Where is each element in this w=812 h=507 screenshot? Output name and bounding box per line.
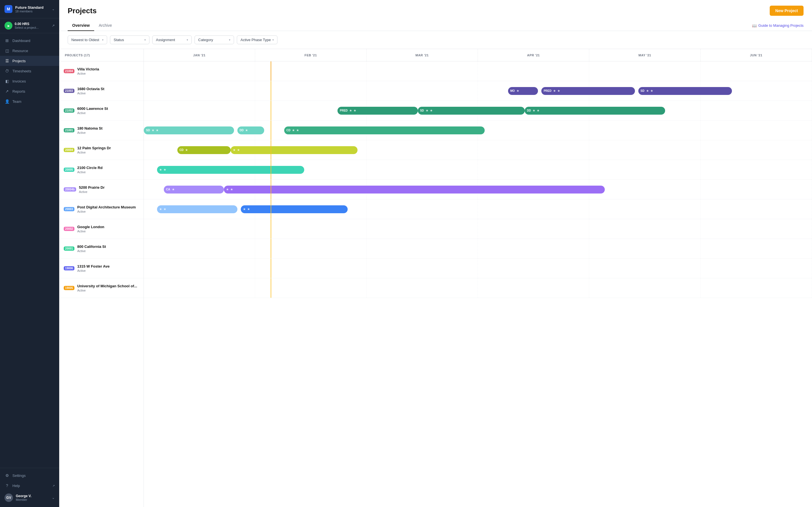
- gantt-bar-container[interactable]: ★★: [224, 185, 605, 194]
- sidebar-item-settings[interactable]: ⚙ Settings: [0, 470, 59, 481]
- guide-link[interactable]: 📖 Guide to Managing Projects: [752, 23, 804, 28]
- gantt-bar-container[interactable]: CD★★: [284, 126, 485, 135]
- main-header: Projects New Project Overview Archive 📖 …: [59, 0, 812, 31]
- sidebar-item-reports[interactable]: ↗ Reports: [0, 86, 59, 96]
- timer-external-icon[interactable]: ↗: [52, 24, 55, 27]
- project-info: Post Digital Architecture Museum Active: [77, 205, 136, 213]
- gantt-col: [701, 219, 812, 238]
- today-line: [271, 101, 271, 120]
- gantt-bar-container[interactable]: ★★: [157, 165, 304, 174]
- today-line: [271, 239, 271, 258]
- project-info: 12 Palm Springs Dr Active: [77, 146, 111, 154]
- gantt-bar-container[interactable]: SD★★: [418, 106, 525, 115]
- gantt-bar: ★★: [157, 205, 237, 213]
- assignment-filter[interactable]: Assignment ▾: [152, 36, 192, 44]
- gantt-bar-container[interactable]: CA★: [164, 185, 224, 194]
- category-filter-label: Category: [198, 38, 213, 42]
- gantt-bar: CA★: [164, 186, 224, 193]
- gantt-col: [144, 219, 255, 238]
- list-item[interactable]: 20003 Post Digital Architecture Museum A…: [59, 200, 144, 219]
- list-item[interactable]: 21001 180 Natoma St Active: [59, 121, 144, 140]
- timer-play-button[interactable]: [4, 22, 12, 30]
- project-badge: 20005: [64, 168, 74, 172]
- gantt-bar-container[interactable]: PRED★★: [338, 106, 417, 115]
- bar-label: DD: [527, 109, 531, 112]
- gantt-bar-container[interactable]: ★★: [231, 146, 357, 155]
- gantt-bar-container[interactable]: DD★★: [525, 106, 665, 115]
- status-filter[interactable]: Status ▾: [110, 36, 149, 44]
- sidebar-item-timesheets[interactable]: ⏱ Timesheets: [0, 66, 59, 76]
- bar-milestone-icon: ★: [426, 109, 428, 112]
- gantt-bar-container[interactable]: SD★★: [638, 87, 732, 96]
- dashboard-label: Dashboard: [12, 39, 31, 43]
- timesheets-label: Timesheets: [12, 69, 31, 73]
- list-item[interactable]: 21002 6000 Lawrence St Active: [59, 101, 144, 121]
- list-item[interactable]: 20004b 5200 Prairie Dr Active: [59, 180, 144, 200]
- gantt-bar: PRED★★: [338, 107, 417, 115]
- project-status: Active: [77, 92, 104, 95]
- list-item[interactable]: 21003 1680 Octavia St Active: [59, 81, 144, 101]
- phase-type-filter-label: Active Phase Type: [241, 38, 271, 42]
- gantt-bar-container[interactable]: MO★: [508, 87, 538, 96]
- sidebar-item-help[interactable]: ? Help ↗: [0, 481, 59, 491]
- tabs: Overview Archive: [68, 20, 116, 31]
- user-profile[interactable]: GV George V. Member ⌄: [0, 491, 59, 505]
- tab-archive[interactable]: Archive: [94, 20, 116, 31]
- project-status: Active: [77, 269, 110, 272]
- sidebar-item-invoices[interactable]: ◧ Invoices: [0, 76, 59, 86]
- gantt-col: [701, 160, 812, 179]
- gantt-chart[interactable]: JAN '21FEB '21MAR '21APR '21MAY '21JUN '…: [144, 49, 812, 507]
- gantt-col: [589, 219, 701, 238]
- sort-filter[interactable]: Newest to Oldest ▾: [68, 36, 107, 44]
- list-item[interactable]: 20004 12 Palm Springs Dr Active: [59, 140, 144, 160]
- category-filter[interactable]: Category ▾: [195, 36, 234, 44]
- team-icon: 👤: [4, 99, 10, 104]
- gantt-bar: ★★: [231, 146, 357, 154]
- list-item[interactable]: 20002 Google London Active: [59, 219, 144, 239]
- list-item[interactable]: 20005 2100 Circle Rd Active: [59, 160, 144, 180]
- sidebar-item-resource[interactable]: ◫ Resource: [0, 46, 59, 56]
- gantt-bar-container[interactable]: SD★★: [144, 126, 234, 135]
- gantt-chart-row: [144, 239, 812, 259]
- status-filter-label: Status: [114, 38, 124, 42]
- new-project-button[interactable]: New Project: [770, 6, 804, 16]
- gantt-bar-container[interactable]: ★★: [157, 205, 237, 214]
- project-name: 6000 Lawrence St: [77, 107, 108, 111]
- bar-milestone-icon: ★: [163, 168, 166, 171]
- bar-milestone-icon: ★: [292, 129, 295, 132]
- timer-project-select[interactable]: Select a project...: [15, 26, 50, 29]
- list-item[interactable]: 21004 Villa Victoria Active: [59, 61, 144, 81]
- project-name: Villa Victoria: [77, 67, 99, 71]
- gantt-bar-container[interactable]: CD★: [177, 146, 231, 155]
- sidebar-header[interactable]: M Future Standard 18 members ⌄: [0, 0, 59, 18]
- list-item[interactable]: 19005 University of Michigan School of..…: [59, 278, 144, 298]
- bar-milestone-icon: ★: [247, 208, 250, 211]
- gantt-chart-row: [144, 61, 812, 81]
- invoices-icon: ◧: [4, 78, 10, 83]
- bar-label: SD: [146, 129, 150, 132]
- sort-filter-label: Newest to Oldest: [71, 38, 99, 42]
- bar-milestone-icon: ★: [354, 109, 356, 112]
- list-item[interactable]: 19006 1315 W Foster Ave Active: [59, 259, 144, 278]
- sidebar-item-projects[interactable]: ☰ Projects: [0, 56, 59, 66]
- invoices-label: Invoices: [12, 79, 26, 83]
- page-title-row: Projects New Project: [68, 6, 804, 16]
- gantt-bar-container[interactable]: PRED★★: [541, 87, 635, 96]
- bar-milestone-icon: ★: [231, 188, 233, 191]
- project-status: Active: [77, 210, 136, 213]
- sidebar-item-dashboard[interactable]: ⊞ Dashboard: [0, 36, 59, 46]
- gantt-bar-container[interactable]: ★★: [241, 205, 348, 214]
- tab-overview[interactable]: Overview: [68, 20, 94, 31]
- bar-milestone-icon: ★: [233, 149, 236, 152]
- phase-type-filter[interactable]: Active Phase Type ▾: [237, 36, 277, 44]
- list-item[interactable]: 20001 800 California St Active: [59, 239, 144, 259]
- gantt-col: [144, 259, 255, 278]
- gantt-month: JUN '21: [701, 49, 812, 61]
- gantt-chart-row: ★★★★: [144, 200, 812, 219]
- project-status: Active: [77, 131, 103, 134]
- sidebar-item-team[interactable]: 👤 Team: [0, 96, 59, 107]
- gantt-chart-inner: JAN '21FEB '21MAR '21APR '21MAY '21JUN '…: [144, 49, 812, 298]
- gantt-month: MAR '21: [366, 49, 478, 61]
- bar-milestone-icon: ★: [152, 129, 154, 132]
- gantt-bar-container[interactable]: DD★: [238, 126, 264, 135]
